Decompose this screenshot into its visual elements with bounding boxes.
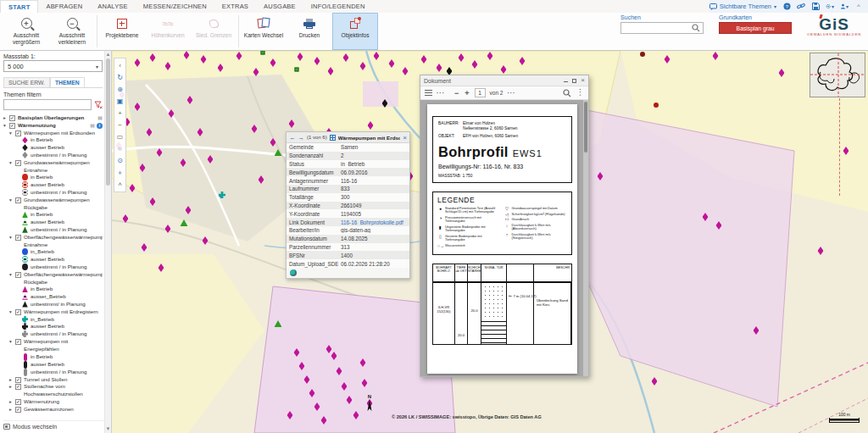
map-marker[interactable] <box>287 411 293 419</box>
layer-checkbox[interactable]: ✓ <box>15 377 21 383</box>
map-marker[interactable] <box>326 345 332 353</box>
zoom-in-page-icon[interactable]: + <box>465 89 470 97</box>
tree-item[interactable]: ▸✓Tunnel und Stollen <box>3 376 103 384</box>
map-marker[interactable] <box>261 51 265 55</box>
project-layer-button[interactable]: Projektebene <box>99 13 145 50</box>
map-marker[interactable] <box>135 103 141 111</box>
layer-checkbox[interactable]: ✓ <box>15 197 21 203</box>
map-marker[interactable] <box>309 389 315 397</box>
tree-item[interactable]: in_Betrieb <box>3 316 103 324</box>
more-pages-icon[interactable]: ··· <box>507 90 515 96</box>
map-marker[interactable] <box>218 64 224 72</box>
layer-checkbox[interactable]: ✓ <box>15 235 21 241</box>
map-marker[interactable] <box>640 52 645 57</box>
map-marker[interactable] <box>236 52 242 60</box>
map-marker[interactable] <box>275 320 282 327</box>
map-marker[interactable] <box>382 99 388 108</box>
zoom-to-feature-icon[interactable] <box>290 269 297 276</box>
default-extent-icon[interactable]: ⊕ <box>115 85 125 94</box>
tree-item[interactable]: ausser Betrieb <box>3 256 103 264</box>
theme-filter-input[interactable] <box>3 99 92 110</box>
tree-item[interactable]: ▾✓Grundwasserwärmepumpen Rückgabe <box>3 197 103 212</box>
pdf-scrollbar[interactable] <box>583 100 588 376</box>
overview-map[interactable] <box>810 53 865 97</box>
expand-node-icon[interactable]: ▸ <box>9 376 15 384</box>
map-marker[interactable] <box>140 164 146 172</box>
map-marker[interactable] <box>459 53 465 62</box>
map-marker[interactable] <box>487 52 493 60</box>
zoom-in-extent-button[interactable]: + Ausschnitt vergrößern <box>3 13 49 50</box>
map-marker[interactable] <box>389 59 395 68</box>
collapse-node-icon[interactable]: ▾ <box>9 271 15 279</box>
map-marker[interactable] <box>652 377 658 386</box>
map-marker[interactable] <box>295 68 299 72</box>
user-icon[interactable]: ▾ <box>840 3 849 11</box>
tree-item[interactable]: ▾✓Wärmepumpen mit Erdsonden <box>3 130 103 137</box>
next-feature-icon[interactable]: → <box>298 132 305 143</box>
tree-item[interactable]: ausser Betrieb <box>3 144 103 152</box>
map-marker[interactable] <box>520 57 526 65</box>
map-marker[interactable] <box>135 58 141 67</box>
map-marker[interactable] <box>253 68 259 76</box>
zoom-out-tool-icon[interactable]: − <box>115 120 125 130</box>
map-marker[interactable] <box>159 264 164 272</box>
tree-item[interactable]: in Betrieb <box>3 174 103 181</box>
map-marker[interactable] <box>501 65 507 74</box>
tree-item[interactable]: ▾✓Wärmepumpen mit Erdregistern <box>3 308 103 316</box>
collapse-node-icon[interactable]: ▾ <box>3 122 9 130</box>
table-view-icon[interactable] <box>330 135 336 141</box>
layer-checkbox[interactable]: ✓ <box>15 339 21 345</box>
magnifier-tool-icon[interactable]: ○ <box>115 144 125 153</box>
map-marker[interactable] <box>299 362 305 370</box>
tree-item[interactable]: ausser Betrieb <box>3 181 103 189</box>
tab-analyse[interactable]: ANALYSE <box>90 0 135 13</box>
map-marker[interactable] <box>362 379 368 387</box>
map-marker[interactable] <box>208 155 214 164</box>
tree-item[interactable]: unbestimmt / in Planung <box>3 226 103 234</box>
map-marker[interactable] <box>203 236 209 245</box>
map-marker[interactable] <box>150 53 156 62</box>
tab-themen[interactable]: THEMEN <box>50 77 85 87</box>
map-marker[interactable] <box>169 109 175 118</box>
save-icon[interactable] <box>811 3 820 11</box>
collapse-node-icon[interactable]: ▾ <box>9 197 15 204</box>
tree-item[interactable]: unbestimmt/ in Planung <box>3 301 103 308</box>
basemap-gray-button[interactable]: Basisplan grau <box>719 22 792 34</box>
map-marker[interactable] <box>703 213 709 221</box>
map-marker[interactable] <box>298 53 303 61</box>
page-number-input[interactable]: 1 <box>475 88 486 97</box>
maximize-icon[interactable] <box>572 79 576 83</box>
pdf-sidebar-toggle-icon[interactable] <box>425 90 432 96</box>
scale-select[interactable]: 5 000 ▾ <box>3 60 103 72</box>
scroll-up-icon[interactable]: ▲ <box>105 51 111 58</box>
pdf-scrollbar-thumb[interactable] <box>584 102 587 153</box>
object-info-button[interactable]: Objektinfos <box>332 13 378 50</box>
map-marker[interactable] <box>187 96 193 104</box>
settings-gear-icon[interactable]: ▾ <box>826 3 834 11</box>
minimize-icon[interactable] <box>564 79 568 82</box>
tree-item[interactable]: ▸✓Wärmenutzung <box>3 398 103 406</box>
layers-icon[interactable]: ▤ <box>90 122 95 130</box>
tree-item[interactable]: ▸✓Stollenachse vom Hochwasserschutzstoll… <box>3 383 103 398</box>
map-marker[interactable] <box>779 69 785 77</box>
map-marker[interactable] <box>654 103 659 108</box>
help-icon[interactable]: ? <box>782 3 791 11</box>
refresh-icon[interactable]: ↻ <box>115 73 125 82</box>
expand-node-icon[interactable]: ▸ <box>3 114 9 122</box>
map-marker[interactable] <box>754 326 760 335</box>
map-marker[interactable] <box>275 149 282 156</box>
map-marker[interactable] <box>347 396 353 404</box>
map-marker[interactable] <box>818 247 824 255</box>
previous-feature-icon[interactable]: ← <box>289 132 296 143</box>
visible-themes-dropdown[interactable]: Sichtbare Themen ▾ <box>709 3 776 10</box>
map-marker[interactable] <box>314 402 320 411</box>
tree-item[interactable]: ausser Betrieb <box>3 323 103 330</box>
tree-item[interactable]: ▾✓Wärmepumpen mit Energiepfählen <box>3 338 103 353</box>
map-marker[interactable] <box>270 138 276 147</box>
tab-ausgabe[interactable]: AUSGABE <box>256 0 303 13</box>
tree-item[interactable]: unbestimmt / in Planung <box>3 330 103 338</box>
map-marker[interactable] <box>314 57 320 65</box>
tree-item[interactable]: in_Betrieb <box>3 248 103 256</box>
map-marker[interactable] <box>201 55 207 64</box>
layer-checkbox[interactable]: ✓ <box>15 130 21 136</box>
